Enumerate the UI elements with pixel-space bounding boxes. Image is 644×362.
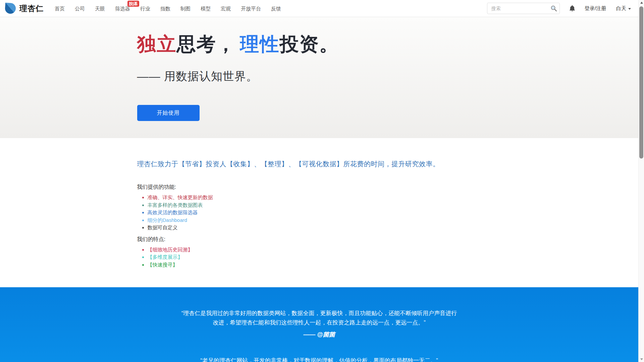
nav-item[interactable]: 反馈 xyxy=(266,0,286,17)
nav-item[interactable]: 公司 xyxy=(70,0,90,17)
nav-item-label: 制图 xyxy=(180,6,191,11)
nav-item-label: 宏观 xyxy=(221,6,231,11)
chevron-down-icon xyxy=(628,8,631,10)
hero-title-think: 思考， xyxy=(177,33,236,55)
nav-item[interactable]: 宏观 xyxy=(216,0,236,17)
scrollbar[interactable] xyxy=(638,0,644,362)
theme-label: 白天 xyxy=(616,5,626,12)
hero-title-rational: 理性 xyxy=(240,34,280,55)
scrollbar-down-arrow[interactable] xyxy=(639,356,644,362)
feature-item: 准确、详实、快速更新的数据 xyxy=(148,194,501,201)
trait-item: 【快速搜寻】 xyxy=(148,261,501,269)
nav-item-label: 指数 xyxy=(160,6,170,11)
search-box xyxy=(487,3,560,14)
feature-item: 丰富多样的各类数据图表 xyxy=(148,201,501,209)
scrollbar-thumb[interactable] xyxy=(639,6,643,159)
nav-item[interactable]: 行业 xyxy=(135,0,155,17)
hero-title-independent: 独立 xyxy=(137,34,177,55)
nav-item-label: 首页 xyxy=(55,6,65,11)
trait-item: 【多维度展示】 xyxy=(148,253,501,261)
get-started-button[interactable]: 开始使用 xyxy=(137,105,200,121)
traits-list: 【细致地历史回溯】 【多维度展示】 【快速搜寻】 xyxy=(137,246,501,269)
nav-item-label: 天眼 xyxy=(95,6,105,11)
nav-left: 理杏仁 首页 公司 天眼 股|基筛选器 行业 指数 制图 xyxy=(5,0,286,17)
logo[interactable]: 理杏仁 xyxy=(5,3,44,14)
logo-leaf-icon xyxy=(5,3,16,14)
testimonials-section: “理杏仁是我用过的非常好用的数据类网站，数据全面，更新极快，而且功能贴心，还能不… xyxy=(0,287,638,362)
nav-item[interactable]: 制图 xyxy=(175,0,196,17)
testimonial-1: “理杏仁是我用过的非常好用的数据类网站，数据全面，更新极快，而且功能贴心，还能不… xyxy=(181,309,457,339)
testimonial-1-author: —— @菌菌 xyxy=(181,330,457,339)
brand-name: 理杏仁 xyxy=(19,3,44,14)
login-register-link[interactable]: 登录/注册 xyxy=(585,5,606,12)
nav-item-label: 开放平台 xyxy=(241,6,261,11)
intro-section: 理杏仁致力于【节省】投资人【收集】、【整理】、【可视化数据】所花费的时间，提升研… xyxy=(0,138,638,287)
nav-item[interactable]: 首页 xyxy=(50,0,70,17)
features-heading: 我们提供的功能: xyxy=(137,184,501,191)
testimonial-2: “老兄的理杏仁网站，开发的非常棒，对于数据的理解，估值的分析，界面的布局都独一无… xyxy=(181,356,457,362)
scrollbar-up-arrow[interactable] xyxy=(639,0,644,6)
features-list: 准确、详实、快速更新的数据 丰富多样的各类数据图表 高效灵活的数据筛选器 细分的… xyxy=(137,194,501,232)
hero-title-invest: 投资。 xyxy=(280,33,339,55)
notifications-bell-icon[interactable] xyxy=(569,5,576,12)
nav-item[interactable]: 指数 xyxy=(155,0,175,17)
top-nav: 理杏仁 首页 公司 天眼 股|基筛选器 行业 指数 制图 xyxy=(0,0,638,17)
hero-section: 独立思考，理性投资。 —— 用数据认知世界。 开始使用 xyxy=(0,17,638,138)
trait-item: 【细致地历史回溯】 xyxy=(148,246,501,254)
testimonial-1-text: “理杏仁是我用过的非常好用的数据类网站，数据全面，更新极快，而且功能贴心，还能不… xyxy=(181,309,457,327)
intro-lead: 理杏仁致力于【节省】投资人【收集】、【整理】、【可视化数据】所花费的时间，提升研… xyxy=(137,160,501,169)
nav-item-label: 反馈 xyxy=(271,6,281,11)
nav-item[interactable]: 模型 xyxy=(196,0,216,17)
search-input[interactable] xyxy=(487,3,560,14)
testimonial-2-text: “老兄的理杏仁网站，开发的非常棒，对于数据的理解，估值的分析，界面的布局都独一无… xyxy=(181,356,457,362)
hero-title: 独立思考，理性投资。 xyxy=(137,17,501,55)
theme-toggle[interactable]: 白天 xyxy=(616,5,631,12)
search-icon[interactable] xyxy=(550,5,557,12)
feature-item: 数据可自定义 xyxy=(148,224,501,232)
feature-item: 细分的Dashboard xyxy=(148,217,501,224)
main-menu: 首页 公司 天眼 股|基筛选器 行业 指数 制图 模型 宏观 xyxy=(50,0,286,17)
nav-item[interactable]: 股|基筛选器 xyxy=(110,0,135,17)
page: 理杏仁 首页 公司 天眼 股|基筛选器 行业 指数 制图 xyxy=(0,0,638,362)
feature-item: 高效灵活的数据筛选器 xyxy=(148,209,501,217)
nav-item[interactable]: 开放平台 xyxy=(236,0,266,17)
nav-item-label: 行业 xyxy=(140,6,150,11)
nav-item[interactable]: 天眼 xyxy=(90,0,110,17)
hero-subtitle: —— 用数据认知世界。 xyxy=(137,69,501,84)
nav-right: 登录/注册 白天 xyxy=(487,3,635,14)
nav-item-label: 公司 xyxy=(75,6,85,11)
nav-item-label: 模型 xyxy=(201,6,211,11)
traits-heading: 我们的特点: xyxy=(137,236,501,243)
